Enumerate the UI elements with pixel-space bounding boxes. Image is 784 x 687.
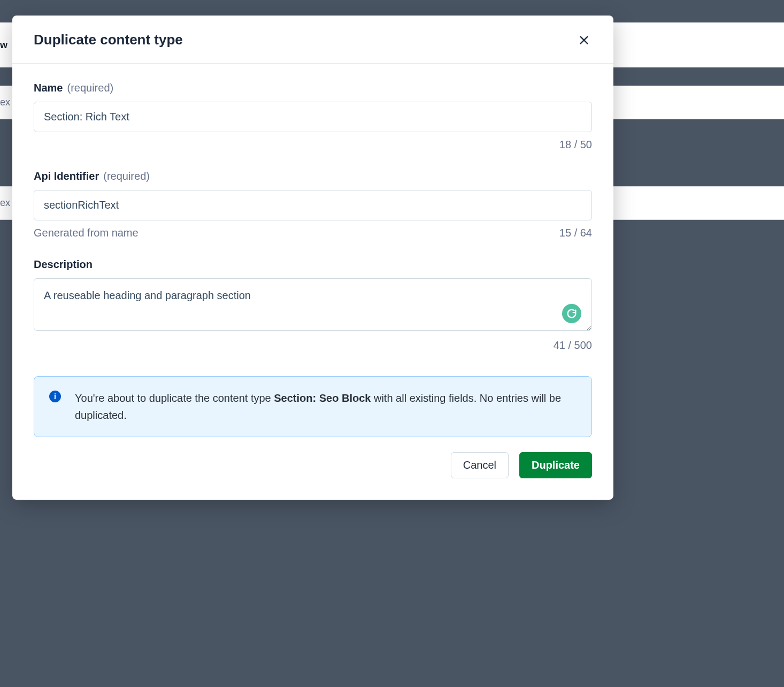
modal-title: Duplicate content type [34,32,183,48]
duplicate-button[interactable]: Duplicate [519,452,592,478]
description-label-row: Description [34,258,592,271]
bg-row-text: ex [0,97,10,108]
api-field-group: Api Identifier (required) Generated from… [34,170,592,239]
api-required: (required) [103,170,150,182]
name-field-group: Name (required) 18 / 50 [34,82,592,151]
description-counter: 41 / 500 [554,339,592,352]
api-help-text: Generated from name [34,227,139,239]
close-button[interactable] [576,32,592,48]
cancel-button[interactable]: Cancel [451,452,509,478]
modal-body: Name (required) 18 / 50 Api Identifier (… [12,64,613,500]
bg-header-text: w [0,40,7,51]
bg-row-text: ex [0,197,10,209]
name-required: (required) [67,82,113,94]
api-below-row: Generated from name 15 / 64 [34,227,592,239]
name-input[interactable] [34,102,592,132]
api-identifier-input[interactable] [34,190,592,220]
modal-footer: Cancel Duplicate [34,452,592,478]
info-prefix: You're about to duplicate the content ty… [75,392,274,404]
api-label: Api Identifier [34,170,99,182]
name-label: Name [34,82,63,94]
close-icon [578,34,590,46]
description-textarea-wrap [34,278,592,333]
modal-header: Duplicate content type [12,16,613,64]
info-bold: Section: Seo Block [274,392,371,404]
info-banner-text: You're about to duplicate the content ty… [75,390,577,424]
description-textarea[interactable] [34,278,592,331]
api-counter: 15 / 64 [559,227,592,239]
name-counter: 18 / 50 [559,139,592,151]
name-label-row: Name (required) [34,82,592,94]
description-below-row: 41 / 500 [34,339,592,352]
duplicate-content-type-modal: Duplicate content type Name (required) 1… [12,16,613,500]
description-field-group: Description 41 / 500 [34,258,592,352]
api-label-row: Api Identifier (required) [34,170,592,182]
name-below-row: 18 / 50 [34,139,592,151]
info-banner: i You're about to duplicate the content … [34,376,592,437]
description-label: Description [34,258,93,271]
info-icon: i [49,391,61,402]
